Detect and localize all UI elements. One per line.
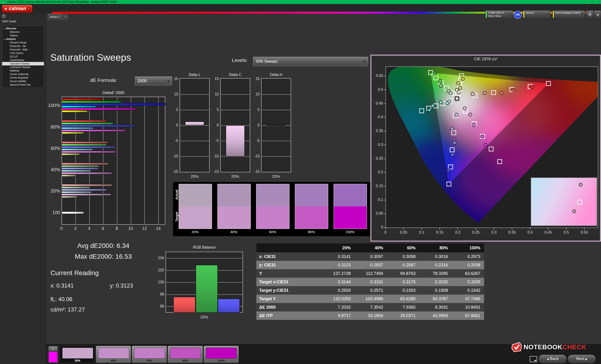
meter-count-badge[interactable]: 236 <box>514 11 522 19</box>
table-cell: 0.2038 <box>452 261 484 269</box>
thumbnail-label: 100% <box>204 359 239 362</box>
tick-mark <box>512 228 512 230</box>
sidebar-item-spectral-power-dist-[interactable]: Spectral Power Dist. <box>2 83 44 86</box>
next-arrow-icon: ▶ <box>585 357 587 361</box>
cie-y-tick-label: 0.2 <box>365 170 383 174</box>
levels-dropdown[interactable]: 20% Sweeps ▼ <box>253 57 368 66</box>
measured-marker-magenta-20pct <box>463 107 466 110</box>
target-swatch-60% <box>256 206 289 229</box>
expand-pattern-panel-button[interactable]: ▲ <box>49 346 57 351</box>
sidebar-item-colorchecker[interactable]: ColorChecker <box>2 58 44 62</box>
sidebar-item-grayscale-2pt[interactable]: Grayscale - 2pt <box>2 44 44 48</box>
deltaH-title: Delta H <box>262 73 290 77</box>
thumbnail-label: 40% <box>96 359 131 362</box>
cie-x-tick-label: 0.1 <box>416 230 428 235</box>
sidebar-item-3d-lut[interactable]: 3D LUT <box>2 55 44 58</box>
rgb-bar-B <box>218 299 240 313</box>
sidebar-item-welcome[interactable]: Welcome <box>2 27 44 30</box>
results-table: 20%40%60%80%100%x: CIE310.31410.30970.30… <box>256 243 484 320</box>
sidebar-options-button[interactable] <box>2 14 6 18</box>
table-cell: 9.3031 <box>419 303 452 311</box>
meter-dropdown[interactable]: X-Rite i1Pro 2 Direct View ▼ <box>485 10 513 19</box>
sidebar-item-dynamic-range[interactable]: Dynamic Range <box>2 41 44 44</box>
close-button[interactable]: × <box>596 0 601 4</box>
deltaC-title: Delta C <box>221 73 249 77</box>
collapse-panel-button[interactable]: ◀ <box>594 10 601 19</box>
thumbnail-label: 80% <box>168 359 203 362</box>
table-cell: 132.0250 <box>322 295 354 303</box>
table-row-label: Y <box>256 269 322 278</box>
source-dropdown[interactable]: Source ▼ <box>523 10 551 19</box>
measured-marker-red-60pct <box>500 91 503 95</box>
deltaL-title: Delta L <box>180 73 209 77</box>
sidebar-item-grayscale-multi[interactable]: Grayscale - Multi <box>2 48 44 51</box>
tick-mark <box>566 228 567 230</box>
pattern-thumbnail-80%[interactable]: 80% <box>168 346 203 363</box>
pattern-thumbnail-100%[interactable]: 100% <box>203 346 239 363</box>
sidebar-item-screen-uniformity[interactable]: Screen Uniformity <box>2 72 44 76</box>
expand-arrow-icon[interactable] <box>3 38 5 40</box>
pattern-thumbnail-60%[interactable]: 60% <box>132 346 167 363</box>
sidebar-item-screen-angularity[interactable]: Screen Angularity <box>2 76 44 79</box>
sidebar-item-saturation-sweeps[interactable]: Saturation Sweeps <box>2 62 44 66</box>
deltae-bar-40%-blue <box>62 167 98 170</box>
max-de2000: Max dE2000: 16.53 <box>50 253 156 260</box>
y-axis-tick-label: 10 <box>250 92 260 96</box>
thumbnail-color-chip <box>206 348 237 359</box>
calman-menu-button[interactable]: ◈ calman ▼ <box>2 5 32 13</box>
maximize-button[interactable]: □ <box>589 0 595 4</box>
rgb-x-label: 20% <box>195 315 214 320</box>
x-axis-tick-label: 4 <box>84 226 94 231</box>
measured-marker-cyan-60pct <box>439 101 442 104</box>
tab-history-1[interactable]: History 1 <box>48 14 62 20</box>
tick-mark <box>458 228 458 230</box>
cie-x-tick-label: 0.35 <box>506 230 518 235</box>
table-cell: 29.0371 <box>387 311 419 320</box>
measured-marker-green-60pct <box>439 84 442 87</box>
deltae-bar-40%-green <box>62 165 99 167</box>
sidebar-item-luminance-sweeps[interactable]: Luminance Sweeps <box>2 66 44 69</box>
deltae-bar-60%-blue <box>62 146 115 148</box>
table-cell: 0.3097 <box>354 252 387 261</box>
table-row-label: ΔE ITP <box>256 311 322 320</box>
minimize-button[interactable]: ─ <box>583 0 588 4</box>
deltae-bar-80%-green <box>62 122 113 125</box>
add-tab-button[interactable]: + <box>62 14 68 20</box>
y-axis-tick-label: -10 <box>168 154 178 158</box>
display-icon[interactable] <box>530 356 537 362</box>
measured-marker-green-40pct <box>447 89 450 93</box>
table-cell: 63.6267 <box>452 269 484 278</box>
sidebar-item-options[interactable]: Options <box>2 34 44 37</box>
expand-arrow-icon[interactable] <box>3 28 5 29</box>
sidebar-item-color-gamut[interactable]: Color Gamut <box>2 51 44 55</box>
pattern-thumbnail-40%[interactable]: 40% <box>96 346 131 363</box>
direct-display-control-dropdown[interactable]: Direct Display Control ▼ <box>552 10 585 19</box>
actual-swatch-40% <box>218 184 250 206</box>
sidebar-item-welcome[interactable]: Welcome <box>2 30 44 34</box>
cie-y-tick-label: 0.4 <box>365 115 383 119</box>
deltae-bar-80%-yellow <box>62 132 84 134</box>
settings-gear-button[interactable]: ⚙ <box>586 10 594 19</box>
avg-de2000: Avg dE2000: 6.34 <box>50 242 156 249</box>
x-axis-tick-label: 2 <box>71 226 80 231</box>
table-cell: 44.9959 <box>419 311 452 320</box>
cie-x-tick-label: 0.4 <box>524 230 536 235</box>
sidebar-item-analysis[interactable]: Analysis <box>2 37 44 41</box>
actual-swatch-80% <box>295 184 328 206</box>
pattern-thumbnail-20%[interactable]: 20% <box>60 346 95 363</box>
table-row-label: ΔE 2000 <box>256 303 322 311</box>
cie-y-tick-label: 0.3 <box>365 143 383 147</box>
next-button[interactable]: Next ▶ <box>568 354 596 364</box>
back-button[interactable]: ◀ Back <box>539 354 567 364</box>
meter-status-stripe <box>486 11 487 18</box>
levels-value: 20% Sweeps <box>256 59 278 64</box>
y-axis-tick-label: -5 <box>250 139 260 143</box>
sidebar-item-screen-stability[interactable]: Screen Stability <box>2 79 44 83</box>
table-row: Target Y132.0250103.498683.628064.378747… <box>256 295 484 303</box>
table-column-header: 80% <box>419 243 452 252</box>
measured-marker-red-20pct <box>471 92 474 96</box>
sidebar-item-additivity[interactable]: Additivity <box>2 69 44 72</box>
de-formula-dropdown[interactable]: 2000 ▼ <box>135 77 172 85</box>
table-header-row: 20%40%60%80%100% <box>256 243 484 252</box>
current-fl: fL: 40.06 <box>50 296 72 303</box>
